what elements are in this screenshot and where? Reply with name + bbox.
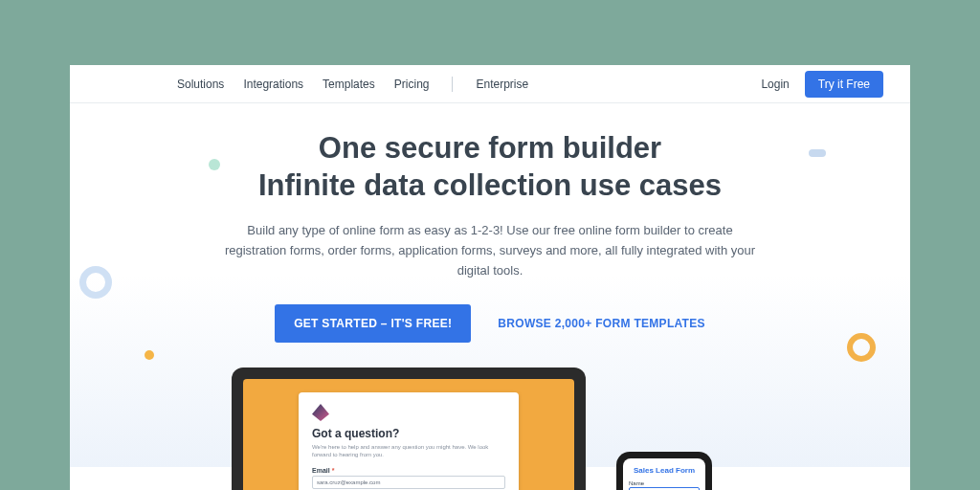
browse-templates-link[interactable]: BROWSE 2,000+ FORM TEMPLATES [498, 317, 705, 330]
hero-title-line1: One secure form builder [127, 130, 853, 167]
decorative-dot-icon [209, 159, 220, 170]
nav-integrations[interactable]: Integrations [243, 78, 303, 91]
form-title: Got a question? [312, 427, 505, 440]
hero-title-line2: Infinite data collection use cases [127, 167, 853, 205]
form-logo-icon [312, 404, 329, 421]
hero-section: One secure form builder Infinite data co… [70, 103, 910, 343]
device-mockups: Got a question? We're here to help and a… [232, 368, 748, 490]
phone-name-label: Name [629, 480, 700, 486]
nav-pricing[interactable]: Pricing [394, 78, 430, 91]
nav-solutions[interactable]: Solutions [177, 78, 224, 91]
decorative-ring-icon [79, 266, 112, 299]
phone-mockup: Sales Lead Form Name First Last [616, 452, 712, 490]
hero-title: One secure form builder Infinite data co… [127, 130, 853, 205]
decorative-ring-icon [847, 333, 876, 362]
form-description: We're here to help and answer any questi… [312, 443, 505, 459]
email-field[interactable]: sara.cruz@example.com [312, 476, 505, 489]
nav-enterprise[interactable]: Enterprise [476, 78, 528, 91]
get-started-button[interactable]: GET STARTED – IT'S FREE! [275, 304, 471, 343]
decorative-shape-icon [809, 149, 826, 157]
login-link[interactable]: Login [761, 78, 789, 91]
email-label: Email * [312, 467, 505, 474]
sample-form-card: Got a question? We're here to help and a… [299, 392, 519, 490]
hero-subtitle: Build any type of online form as easy as… [222, 220, 758, 281]
top-nav: Solutions Integrations Templates Pricing… [70, 65, 910, 103]
decorative-dot-icon [145, 350, 154, 360]
laptop-mockup: Got a question? We're here to help and a… [232, 368, 586, 490]
try-free-button[interactable]: Try it Free [805, 71, 883, 98]
phone-form-title: Sales Lead Form [629, 466, 700, 475]
nav-templates[interactable]: Templates [323, 78, 375, 91]
nav-divider [452, 77, 453, 92]
